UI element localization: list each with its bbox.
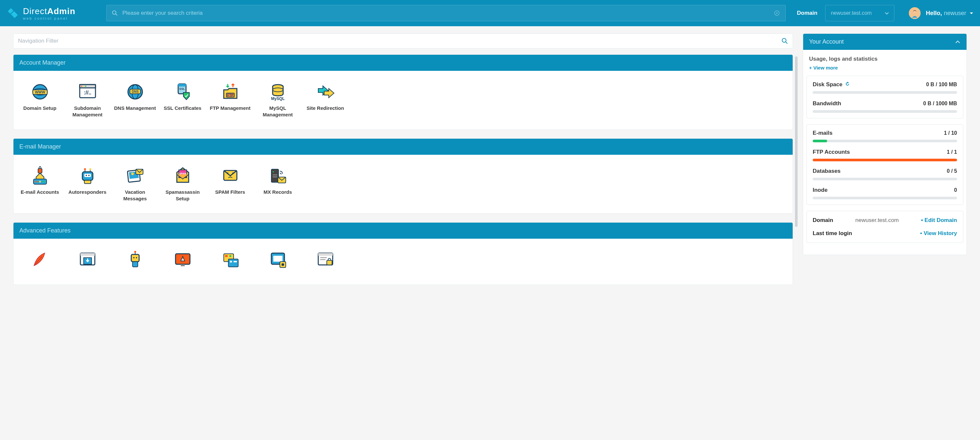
svg-rect-36 <box>84 174 91 177</box>
info-link[interactable]: • Edit Domain <box>921 217 957 224</box>
tile-spamassassin-setup[interactable]: SPAMSpamassassin Setup <box>159 163 206 208</box>
svg-rect-60 <box>80 253 95 256</box>
tile-label: Domain Setup <box>18 105 62 111</box>
svg-point-67 <box>134 251 136 253</box>
svg-rect-62 <box>131 254 139 262</box>
svg-rect-72 <box>225 255 228 257</box>
brand-subtitle: web control panel <box>23 16 75 20</box>
stat-name: Disk Space <box>813 81 850 88</box>
handlers-icon <box>268 250 288 270</box>
tile-mime-card[interactable] <box>206 246 254 280</box>
svg-point-3 <box>776 13 778 14</box>
tile-site-redirection[interactable]: Site Redirection <box>302 79 349 124</box>
svg-rect-43 <box>84 180 91 184</box>
progress-bar <box>813 110 957 113</box>
refresh-icon[interactable] <box>845 82 850 86</box>
section-header: Account Manager <box>13 55 793 71</box>
tile-subdomain-management[interactable]: ://..Subdomain Management <box>64 79 111 124</box>
domain-select[interactable]: newuser.test.com <box>825 5 894 21</box>
tile-vacation-messages[interactable]: Vacation Messages <box>111 163 159 208</box>
section-header: Advanced Features <box>13 222 793 239</box>
tile-grid: E-mail AccountsAutorespondersVacation Me… <box>13 155 793 213</box>
chevron-up-icon[interactable] <box>955 39 961 45</box>
browser-code-icon: ://.. <box>78 82 97 102</box>
stat-value: 0 / 5 <box>947 168 957 174</box>
info-row-last-time-login: Last time login• View History <box>807 227 963 240</box>
domain-label: Domain <box>797 10 817 16</box>
svg-point-54 <box>273 171 274 172</box>
your-account-header[interactable]: Your Account <box>803 34 967 50</box>
stats-group-accounts: E-mails1 / 10FTP Accounts1 / 1Databases0… <box>807 124 963 205</box>
section-account-manager: Account ManagerWWWDomain Setup://..Subdo… <box>13 54 793 130</box>
svg-text:WWW: WWW <box>35 90 45 94</box>
tile-autoresponders[interactable]: Autoresponders <box>64 163 111 208</box>
search-input[interactable] <box>123 10 769 16</box>
scrollbar[interactable] <box>795 56 798 227</box>
tile-ftp-management[interactable]: FTPFTP Management <box>206 79 254 124</box>
user-menu[interactable]: Hello, newuser <box>909 7 974 19</box>
progress-bar <box>813 178 957 180</box>
mail-lock-icon <box>30 166 50 186</box>
tile-spam-filters[interactable]: SPAM Filters <box>206 163 254 208</box>
brand-logo[interactable]: DirectAdmin web control panel <box>6 6 99 20</box>
tile-mx-records[interactable]: MX Records <box>254 163 302 208</box>
tile-error-screen[interactable]: ! <box>159 246 206 280</box>
svg-rect-70 <box>181 264 185 266</box>
tile-label: FTP Management <box>208 105 253 111</box>
progress-bar <box>813 159 957 161</box>
tile-domain-setup[interactable]: WWWDomain Setup <box>16 79 64 124</box>
target-icon[interactable] <box>774 10 780 16</box>
svg-point-63 <box>133 257 135 258</box>
header-bar: DirectAdmin web control panel Domain new… <box>0 0 980 26</box>
side-column: Your Account Usage, logs and statistics … <box>803 33 967 262</box>
svg-point-14 <box>81 86 82 87</box>
feather-icon <box>30 250 50 270</box>
info-key: Domain <box>813 217 833 224</box>
tile-label: Spamassassin Setup <box>160 189 205 202</box>
tile-ssl-certificates[interactable]: SSLSSL Certificates <box>159 79 206 124</box>
spam-face-icon <box>221 166 240 186</box>
stat-name: FTP Accounts <box>813 149 850 156</box>
mysql-db-icon: MySQL <box>268 82 288 102</box>
tile-mysql-management[interactable]: MySQLMySQL Management <box>254 79 302 124</box>
stat-name: E-mails <box>813 130 832 137</box>
info-link[interactable]: • View History <box>920 230 957 237</box>
tile-dns-management[interactable]: DNSDNS Management <box>111 79 159 124</box>
svg-text:FTP: FTP <box>227 94 233 97</box>
tile-label: SPAM Filters <box>208 189 253 195</box>
progress-bar <box>813 91 957 94</box>
svg-rect-65 <box>132 262 138 267</box>
svg-point-52 <box>232 172 234 174</box>
svg-point-40 <box>89 168 91 170</box>
tile-e-mail-accounts[interactable]: E-mail Accounts <box>16 163 64 208</box>
svg-point-15 <box>83 86 84 87</box>
search-icon[interactable] <box>781 38 788 44</box>
svg-rect-76 <box>234 261 237 262</box>
mime-card-icon <box>221 250 240 270</box>
globe-dns-icon: DNS <box>125 82 145 102</box>
svg-rect-85 <box>327 261 332 265</box>
tile-grid: WWWDomain Setup://..Subdomain Management… <box>13 71 793 130</box>
tile-feather[interactable] <box>16 246 64 280</box>
svg-rect-74 <box>228 259 238 267</box>
chevron-down-icon <box>885 11 889 15</box>
svg-rect-34 <box>38 168 42 173</box>
chevron-down-icon[interactable] <box>969 11 974 15</box>
svg-point-73 <box>229 255 231 257</box>
tile-handlers[interactable] <box>254 246 302 280</box>
progress-bar <box>813 197 957 199</box>
tile-protect-lock[interactable] <box>302 246 349 280</box>
stat-value: 0 B / 1000 MB <box>923 101 957 106</box>
navigation-filter[interactable] <box>13 33 793 49</box>
navigation-filter-input[interactable] <box>18 38 781 44</box>
svg-text:DNS: DNS <box>132 90 138 94</box>
view-more-link[interactable]: + View more <box>805 65 964 76</box>
global-search[interactable] <box>106 5 786 21</box>
globe-www-icon: WWW <box>30 82 50 102</box>
tile-install-box[interactable] <box>64 246 111 280</box>
svg-text:SSL: SSL <box>179 87 185 91</box>
tile-label: Autoresponders <box>65 189 110 195</box>
svg-rect-78 <box>273 256 283 262</box>
tile-cron-robot[interactable] <box>111 246 159 280</box>
svg-text:MySQL: MySQL <box>271 96 285 101</box>
